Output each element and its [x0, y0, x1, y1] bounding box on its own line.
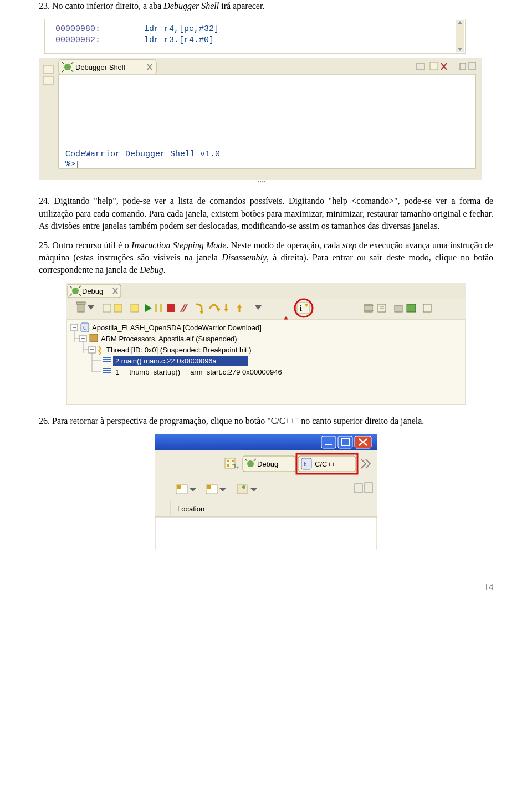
tool-icon-1[interactable] [103, 304, 111, 312]
figure-debugger-shell: 00000980: ldr r4,[pc,#32] 00000982: ldr … [39, 19, 493, 185]
tree-project[interactable]: Apostila_FLASH_OpenSDA [CodeWarrior Down… [92, 324, 262, 332]
p25-step: step [342, 240, 357, 250]
svg-text:C/C++: C/C++ [315, 460, 336, 468]
print-icon[interactable] [395, 305, 402, 312]
svg-point-18 [264, 181, 265, 182]
svg-rect-96 [207, 485, 211, 489]
paragraph-24: 24. Digitando "help", pode-se ver a list… [39, 195, 493, 232]
svg-rect-79 [225, 458, 235, 468]
svg-rect-94 [177, 485, 181, 489]
addr-line1: 00000980: [55, 24, 100, 34]
location-tab[interactable]: Location [177, 505, 204, 513]
processor-icon [90, 334, 98, 342]
svg-point-22 [72, 288, 79, 294]
toolbar-icon-1[interactable] [43, 65, 53, 73]
debug-perspective-button[interactable]: Debug [243, 456, 296, 472]
code-line1: ldr r4,[pc,#32] [144, 24, 219, 34]
figure-perspective-switcher: + Debug h C/C++ [39, 434, 493, 550]
para23-suffix: irá aparecer. [219, 1, 264, 11]
svg-rect-31 [76, 302, 85, 304]
win-minimize-button[interactable] [321, 436, 336, 448]
svg-point-98 [242, 485, 245, 489]
tool-icon-2[interactable] [114, 304, 122, 312]
svg-rect-37 [167, 304, 175, 312]
svg-rect-0 [44, 19, 466, 53]
page-icon[interactable] [430, 62, 438, 70]
svg-point-85 [247, 460, 254, 467]
trash-icon[interactable] [76, 302, 85, 312]
svg-rect-1 [456, 20, 464, 52]
svg-rect-55 [90, 334, 98, 342]
cpu-chip-icon[interactable] [364, 304, 374, 312]
p25-debug: Debug [140, 265, 163, 274]
svg-rect-92 [155, 478, 377, 500]
svg-rect-36 [160, 304, 162, 312]
tool-icon-3[interactable] [131, 304, 139, 312]
p25-dis: Disassembly [222, 253, 267, 262]
nav-icon-1[interactable] [176, 485, 187, 494]
instruction-stepping-button[interactable]: i [297, 303, 309, 314]
svg-rect-33 [114, 304, 122, 312]
debug-tab[interactable]: Debug [82, 287, 103, 295]
cpp-perspective-button[interactable]: h C/C++ [298, 456, 356, 472]
page-number: 14 [0, 560, 532, 614]
svg-rect-43 [378, 304, 386, 312]
nav-icon-2[interactable] [206, 485, 217, 494]
svg-rect-34 [131, 304, 139, 312]
svg-text:h: h [304, 460, 307, 467]
paragraph-26: 26. Para retornar à perspectiva de progr… [39, 415, 493, 427]
svg-rect-46 [395, 305, 402, 312]
paragraph-25: 25. Outro recurso útil é o Instruction S… [39, 239, 493, 276]
svg-point-16 [260, 181, 261, 182]
svg-rect-40 [365, 304, 372, 312]
svg-text:C: C [83, 325, 87, 331]
svg-rect-47 [407, 304, 416, 312]
svg-point-15 [258, 181, 259, 182]
list-icon[interactable] [378, 304, 386, 312]
para23-shell: Debugger Shell [163, 1, 219, 11]
shell-banner: CodeWarrior Debugger Shell v1.0 [65, 150, 220, 159]
svg-rect-20 [66, 283, 466, 299]
tree-arm[interactable]: ARM Processors, Apostila.elf (Suspended) [101, 335, 237, 343]
shell-prompt[interactable]: %> [65, 160, 75, 169]
location-content [155, 517, 377, 550]
svg-text:Debug: Debug [257, 460, 278, 468]
board-icon[interactable] [407, 304, 416, 312]
svg-rect-29 [66, 299, 466, 317]
svg-rect-73 [338, 436, 352, 448]
tree-frame1[interactable]: 1 __thumb_startup() __arm_start.c:279 0x… [115, 368, 282, 376]
svg-point-5 [64, 64, 71, 70]
p25-t1: 25. Outro recurso útil é o [39, 240, 131, 250]
stop-icon[interactable] [167, 304, 175, 312]
addr-line2: 00000982: [55, 35, 100, 45]
resize-grip-icon[interactable] [258, 181, 265, 182]
svg-rect-97 [237, 485, 247, 494]
svg-text:+: + [236, 464, 239, 470]
p25-t2: . Neste modo de operação, cada [226, 240, 342, 250]
p25-t5: . [163, 265, 166, 274]
svg-rect-82 [227, 464, 229, 467]
nav-icon-3[interactable] [237, 485, 247, 494]
svg-rect-35 [155, 304, 157, 312]
win-close-button[interactable] [355, 436, 371, 448]
tree-frame0[interactable]: 2 main() main.c:22 0x0000096a [115, 357, 217, 365]
svg-rect-71 [321, 436, 336, 448]
svg-rect-48 [423, 304, 431, 312]
svg-text:i: i [300, 304, 302, 313]
figure-debug-view: Debug [39, 283, 493, 405]
debugger-shell-tab[interactable]: Debugger Shell [75, 63, 125, 71]
win-maximize-button[interactable] [338, 436, 352, 448]
svg-point-17 [262, 181, 263, 182]
code-line2: ldr r3.[r4.#0] [144, 35, 214, 45]
paragraph-23: 23. No canto inferior direito, a aba Deb… [39, 0, 493, 12]
svg-rect-81 [232, 460, 234, 462]
p25-ism: Instruction Stepping Mode [131, 240, 226, 250]
para23-prefix: 23. No canto inferior direito, a aba [39, 1, 163, 11]
toolbar-icon-2[interactable] [43, 76, 53, 84]
tree-thread[interactable]: Thread [ID: 0x0] (Suspended: Breakpoint … [106, 346, 252, 354]
svg-rect-80 [227, 460, 229, 462]
svg-rect-32 [103, 304, 111, 312]
scroll-icon[interactable] [423, 304, 431, 312]
